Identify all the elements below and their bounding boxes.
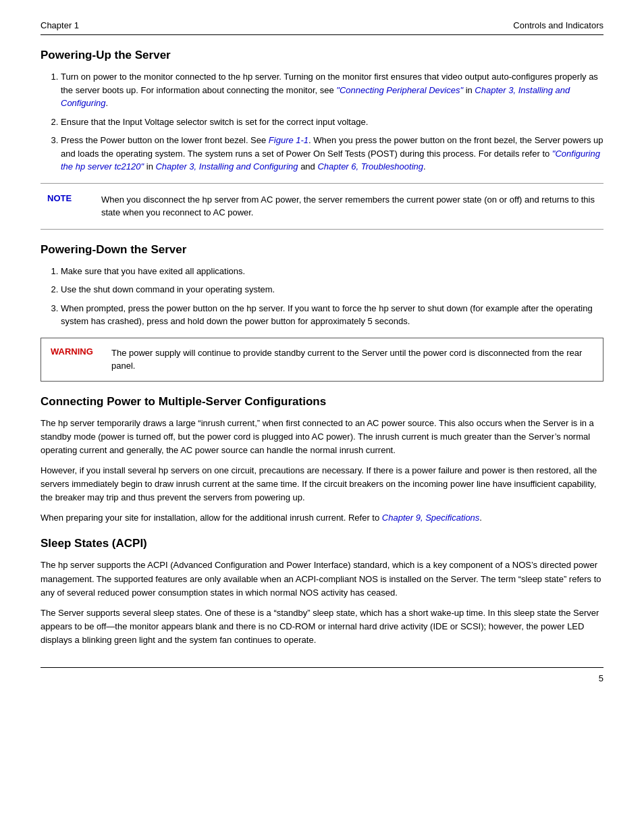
item3-text-mid3: and bbox=[298, 161, 318, 172]
down-item2-text: Use the shut down command in your operat… bbox=[61, 284, 275, 294]
item3-text-before: Press the Power button on the lower fron… bbox=[61, 135, 269, 145]
page-footer: 5 bbox=[41, 667, 603, 683]
para3-after: . bbox=[479, 513, 482, 523]
header-section: Controls and Indicators bbox=[513, 20, 603, 30]
list-item: Press the Power button on the lower fron… bbox=[61, 134, 603, 174]
note-text: When you disconnect the hp server from A… bbox=[101, 193, 597, 219]
link-figure1-1[interactable]: Figure 1-1 bbox=[269, 135, 308, 145]
section-title-powering-down: Powering-Down the Server bbox=[41, 243, 603, 257]
section-title-sleep-states: Sleep States (ACPI) bbox=[41, 537, 603, 550]
list-item: Make sure that you have exited all appli… bbox=[61, 265, 603, 278]
connecting-power-para3: When preparing your site for installatio… bbox=[41, 511, 603, 525]
powering-down-list: Make sure that you have exited all appli… bbox=[61, 265, 603, 328]
para3-before: When preparing your site for installatio… bbox=[41, 513, 382, 523]
warning-box: WARNING The power supply will continue t… bbox=[41, 338, 603, 382]
section-sleep-states: Sleep States (ACPI) The hp server suppor… bbox=[41, 537, 603, 647]
page: Chapter 1 Controls and Indicators Poweri… bbox=[0, 0, 644, 710]
list-item: Use the shut down command in your operat… bbox=[61, 283, 603, 296]
connecting-power-para2: However, if you install several hp serve… bbox=[41, 464, 603, 504]
list-item: When prompted, press the power button on… bbox=[61, 302, 603, 328]
link-chapter9-specs[interactable]: Chapter 9, Specifications bbox=[382, 513, 480, 523]
note-label: NOTE bbox=[47, 193, 88, 219]
note-box: NOTE When you disconnect the hp server f… bbox=[41, 183, 603, 230]
connecting-power-para1: The hp server temporarily draws a large … bbox=[41, 417, 603, 457]
down-item1-text: Make sure that you have exited all appli… bbox=[61, 266, 245, 276]
powering-up-list: Turn on power to the monitor connected t… bbox=[61, 70, 603, 174]
link-chapter6-troubleshoot[interactable]: Chapter 6, Troubleshooting bbox=[317, 161, 423, 172]
section-title-powering-up: Powering-Up the Server bbox=[41, 49, 603, 62]
warning-label: WARNING bbox=[51, 346, 98, 373]
item3-text-mid2: in bbox=[144, 161, 155, 172]
section-title-connecting-power: Connecting Power to Multiple-Server Conf… bbox=[41, 395, 603, 409]
page-header: Chapter 1 Controls and Indicators bbox=[41, 20, 603, 35]
header-chapter: Chapter 1 bbox=[41, 20, 79, 30]
item1-text-mid: in bbox=[463, 85, 475, 95]
list-item: Turn on power to the monitor connected t… bbox=[61, 70, 603, 110]
page-number: 5 bbox=[599, 673, 603, 683]
down-item3-text: When prompted, press the power button on… bbox=[61, 303, 593, 327]
sleep-states-para2: The Server supports several sleep states… bbox=[41, 606, 603, 647]
link-chapter3-install2[interactable]: Chapter 3, Installing and Configuring bbox=[155, 161, 298, 172]
link-connecting-peripheral[interactable]: "Connecting Peripheral Devices" bbox=[336, 85, 463, 95]
section-powering-up: Powering-Up the Server Turn on power to … bbox=[41, 49, 603, 230]
item2-text: Ensure that the Input Voltage selector s… bbox=[61, 117, 368, 127]
section-powering-down: Powering-Down the Server Make sure that … bbox=[41, 243, 603, 382]
section-connecting-power: Connecting Power to Multiple-Server Conf… bbox=[41, 395, 603, 525]
item1-text-after: . bbox=[106, 98, 109, 108]
warning-text: The power supply will continue to provid… bbox=[111, 346, 593, 373]
item3-text-after: . bbox=[423, 161, 426, 172]
sleep-states-para1: The hp server supports the ACPI (Advance… bbox=[41, 558, 603, 599]
list-item: Ensure that the Input Voltage selector s… bbox=[61, 115, 603, 129]
